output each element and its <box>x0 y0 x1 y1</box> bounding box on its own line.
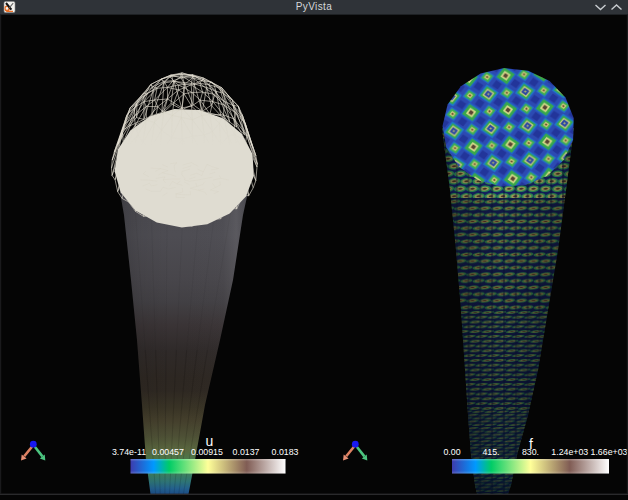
svg-text:3.74e-11: 3.74e-11 <box>112 447 146 457</box>
svg-text:1.24e+03: 1.24e+03 <box>551 447 588 457</box>
svg-text:0.00457: 0.00457 <box>152 447 184 457</box>
svg-text:830.: 830. <box>522 447 539 457</box>
svg-text:0.0183: 0.0183 <box>272 447 299 457</box>
svg-text:0.0137: 0.0137 <box>233 447 260 457</box>
svg-text:1.66e+03: 1.66e+03 <box>591 447 628 457</box>
svg-text:0.00: 0.00 <box>443 447 460 457</box>
svg-text:0.00915: 0.00915 <box>191 447 223 457</box>
svg-text:415.: 415. <box>482 447 499 457</box>
